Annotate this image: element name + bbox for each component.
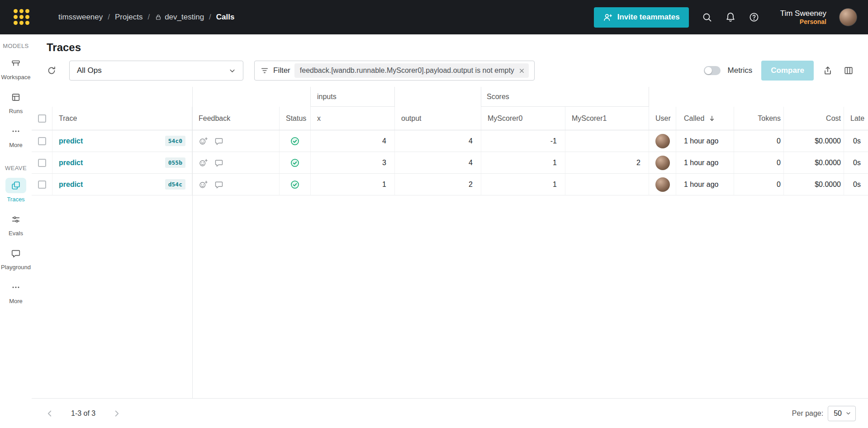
- traces-table: inputs Scores Trace Feedback Status x ou…: [32, 87, 868, 398]
- trace-cell: predict 54c0: [52, 130, 192, 152]
- trace-op-link[interactable]: predict: [59, 159, 83, 167]
- refresh-icon[interactable]: [45, 64, 58, 77]
- metrics-toggle-label: Metrics: [728, 66, 753, 75]
- toolbar-right: Metrics Compare: [704, 61, 855, 81]
- sidebar-section-models: MODELS: [3, 43, 28, 49]
- sidebar-item-runs[interactable]: Runs: [5, 90, 26, 114]
- feedback-cell: [192, 152, 280, 173]
- export-icon[interactable]: [821, 64, 835, 77]
- column-header-x[interactable]: x: [311, 107, 395, 130]
- column-divider: [192, 87, 193, 398]
- column-header-tokens[interactable]: Tokens: [734, 107, 784, 130]
- column-header-status[interactable]: Status: [280, 107, 311, 130]
- group-header-scores: Scores: [481, 87, 649, 107]
- column-header-cost[interactable]: Cost: [784, 107, 844, 130]
- comment-icon[interactable]: [214, 137, 223, 146]
- playground-chat-icon: [11, 248, 21, 258]
- per-page-select[interactable]: 50: [828, 406, 856, 421]
- filter-chip-remove-icon[interactable]: [518, 67, 525, 74]
- filter-chip[interactable]: feedback.[wandb.runnable.MyScorer0].payl…: [294, 63, 529, 78]
- search-icon[interactable]: [702, 12, 712, 23]
- row-checkbox[interactable]: [38, 159, 46, 167]
- user-avatar[interactable]: [839, 8, 857, 26]
- sidebar-item-playground[interactable]: Playground: [1, 246, 31, 271]
- input-x-cell: 4: [311, 130, 395, 152]
- row-select-cell: [32, 174, 52, 195]
- more-dots-icon: [11, 282, 21, 292]
- trace-cell: predict d54c: [52, 174, 192, 195]
- help-icon[interactable]: [749, 12, 759, 23]
- breadcrumb-entity[interactable]: timssweeney: [58, 13, 103, 22]
- trace-op-link[interactable]: predict: [59, 137, 83, 145]
- table-footer: 1-3 of 3 Per page: 50: [32, 398, 868, 428]
- user-avatar: [655, 177, 670, 192]
- breadcrumb-projects[interactable]: Projects: [115, 13, 142, 22]
- add-reaction-icon[interactable]: [199, 158, 208, 167]
- previous-page-icon[interactable]: [45, 409, 55, 418]
- filter-control[interactable]: Filter feedback.[wandb.runnable.MyScorer…: [254, 61, 535, 81]
- column-settings-icon[interactable]: [842, 64, 855, 77]
- myscorer0-cell: 1: [481, 152, 565, 173]
- myscorer0-cell: 1: [481, 174, 565, 195]
- row-checkbox[interactable]: [38, 137, 46, 145]
- compare-button[interactable]: Compare: [761, 61, 814, 81]
- input-x-cell: 1: [311, 174, 395, 195]
- user-cell: [649, 130, 676, 152]
- trace-id-badge[interactable]: 055b: [165, 157, 185, 168]
- sidebar-item-more-models[interactable]: More: [5, 124, 26, 148]
- trace-op-link[interactable]: predict: [59, 181, 83, 189]
- breadcrumb-project[interactable]: dev_testing: [155, 13, 204, 22]
- column-header-trace[interactable]: Trace: [52, 107, 192, 130]
- navbar-right: Invite teammates Tim Sweeney Personal: [594, 7, 857, 28]
- breadcrumb: timssweeney / Projects / dev_testing / C…: [58, 13, 234, 22]
- table-group-header-row: inputs Scores: [32, 87, 868, 107]
- input-x-cell: 3: [311, 152, 395, 173]
- latency-cell: 0s: [844, 130, 868, 152]
- wandb-logo-icon[interactable]: [14, 9, 30, 26]
- next-page-icon[interactable]: [112, 409, 122, 418]
- breadcrumb-separator: /: [209, 13, 211, 22]
- cost-cell: $0.0000: [784, 130, 844, 152]
- table-row[interactable]: predict 54c0 4 4 -1 1 hour ago 0 $0.0000: [32, 130, 868, 152]
- more-dots-icon: [11, 126, 21, 136]
- notifications-bell-icon[interactable]: [725, 12, 736, 23]
- comment-icon[interactable]: [214, 158, 223, 167]
- ops-filter-select[interactable]: All Ops: [69, 61, 243, 81]
- chevron-down-icon: [228, 67, 237, 75]
- column-header-latency[interactable]: Late: [844, 107, 868, 130]
- workspace-icon: [11, 58, 21, 68]
- breadcrumb-separator: /: [108, 13, 110, 22]
- add-reaction-icon[interactable]: [199, 180, 208, 189]
- add-reaction-icon[interactable]: [199, 137, 208, 146]
- filter-chip-text: feedback.[wandb.runnable.MyScorer0].payl…: [300, 67, 514, 75]
- breadcrumb-calls[interactable]: Calls: [216, 13, 235, 22]
- page-range-text: 1-3 of 3: [71, 409, 95, 418]
- sidebar-item-workspace[interactable]: Workspace: [1, 56, 31, 81]
- row-select-cell: [32, 130, 52, 152]
- column-header-myscorer0[interactable]: MyScorer0: [481, 107, 565, 130]
- table-row[interactable]: predict 055b 3 4 1 2 1 hour ago 0 $0.000…: [32, 152, 868, 174]
- column-header-myscorer1[interactable]: MyScorer1: [565, 107, 649, 130]
- column-header-feedback[interactable]: Feedback: [192, 107, 280, 130]
- per-page-control: Per page: 50: [792, 406, 856, 421]
- status-cell: [280, 152, 311, 173]
- status-cell: [280, 174, 311, 195]
- sidebar-item-evals[interactable]: Evals: [5, 212, 26, 237]
- trace-id-badge[interactable]: d54c: [165, 179, 185, 190]
- user-menu[interactable]: Tim Sweeney Personal: [780, 9, 826, 26]
- breadcrumb-separator: /: [147, 13, 150, 22]
- row-checkbox[interactable]: [38, 181, 46, 189]
- table-row[interactable]: predict d54c 1 2 1 1 hour ago 0 $0.0000: [32, 174, 868, 195]
- select-all-checkbox[interactable]: [38, 114, 46, 123]
- column-header-output[interactable]: output: [395, 107, 481, 130]
- filter-label: Filter: [273, 66, 290, 75]
- comment-icon[interactable]: [214, 180, 223, 189]
- column-header-user[interactable]: User: [649, 107, 676, 130]
- metrics-toggle[interactable]: [704, 66, 721, 75]
- column-header-called[interactable]: Called: [676, 107, 734, 130]
- trace-id-badge[interactable]: 54c0: [165, 136, 185, 146]
- invite-teammates-button[interactable]: Invite teammates: [594, 7, 689, 28]
- sidebar-item-traces[interactable]: Traces: [5, 178, 26, 203]
- latency-cell: 0s: [844, 174, 868, 195]
- sidebar-item-more-weave[interactable]: More: [5, 280, 26, 304]
